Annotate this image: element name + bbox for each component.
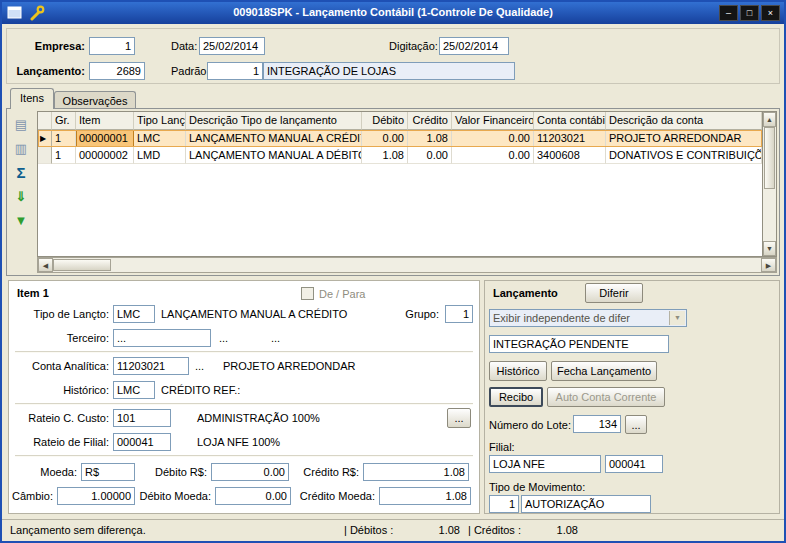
minimize-button[interactable]: – (719, 5, 738, 21)
column-header-item[interactable]: Item (76, 112, 134, 130)
credito-moeda-field[interactable]: 1.08 (379, 487, 471, 505)
fecha-lancamento-button[interactable]: Fecha Lançamento (551, 361, 657, 381)
lancamento-panel-title: Lançamento (493, 287, 558, 299)
separator (15, 351, 473, 353)
terceiro-field[interactable]: ... (113, 329, 211, 347)
rateio-filial-field[interactable]: 000041 (113, 433, 171, 451)
cell-descricao-conta[interactable]: DONATIVOS E CONTRIBUIÇÕES (606, 147, 762, 164)
diferir-button[interactable]: Diferir (585, 283, 643, 303)
cell-conta-contabil[interactable]: 3400608 (534, 147, 606, 164)
credito-moeda-label: Crédito Moeda: (295, 490, 375, 502)
numero-lote-field[interactable]: 134 (573, 415, 621, 433)
tipo-lancto-field[interactable]: LMC (113, 305, 155, 323)
cell-descricao-conta[interactable]: PROJETO ARREDONDAR (606, 130, 762, 147)
de-para-checkbox[interactable] (301, 287, 314, 300)
historico-field[interactable]: LMC (113, 381, 155, 399)
historico-button[interactable]: Histórico (489, 361, 547, 381)
app-window: 009018SPK - Lançamento Contábil (1-Contr… (0, 0, 786, 543)
lancamento-field[interactable]: 2689 (89, 62, 145, 80)
scroll-left-icon[interactable]: ◀ (38, 258, 53, 272)
column-header-descricao-conta[interactable]: Descrição da conta (606, 112, 762, 130)
padrao-code-field[interactable]: 1 (207, 62, 263, 80)
terceiro-lookup-dots[interactable]: ... (219, 332, 228, 344)
header-panel: Empresa: 1 Data: 25/02/2014 Digitação: 2… (6, 28, 780, 84)
column-header-debito[interactable]: Débito (362, 112, 408, 130)
credito-rs-field[interactable]: 1.08 (363, 463, 469, 481)
cell-descricao-tipo[interactable]: LANÇAMENTO MANUAL A DÉBITO (186, 147, 362, 164)
cell-debito[interactable]: 1.08 (362, 147, 408, 164)
recibo-button[interactable]: Recibo (489, 387, 543, 407)
column-header-valor-financeiro[interactable]: Valor Financeiro (452, 112, 534, 130)
column-header-descricao-tipo[interactable]: Descrição Tipo de lançamento (186, 112, 362, 130)
tab-observacoes[interactable]: Observações (54, 91, 136, 109)
rateio-cc-field[interactable]: 101 (113, 409, 171, 427)
new-item-icon[interactable]: ▤ (11, 115, 31, 135)
vertical-scroll-track[interactable] (763, 189, 776, 241)
filter-items-icon[interactable]: ▼ (11, 211, 31, 231)
grid-horizontal-scrollbar[interactable]: ◀ ▶ (37, 257, 777, 273)
moeda-field[interactable]: R$ (81, 463, 135, 481)
vertical-scroll-thumb[interactable] (764, 127, 775, 189)
numero-lote-lookup-button[interactable]: ... (625, 415, 647, 434)
scroll-up-icon[interactable]: ▲ (763, 112, 776, 127)
close-button[interactable]: × (761, 5, 780, 21)
cell-debito[interactable]: 0.00 (362, 130, 408, 147)
cell-item[interactable]: 00000002 (76, 147, 134, 164)
column-header-conta-contabil[interactable]: Conta contábil (534, 112, 606, 130)
exibir-diferidos-dropdown[interactable]: Exibir independente de difer ▼ (489, 309, 687, 327)
grupo-field[interactable]: 1 (445, 305, 473, 323)
horizontal-scroll-track[interactable] (111, 258, 761, 272)
cell-descricao-tipo[interactable]: LANÇAMENTO MANUAL A CRÉDITO (186, 130, 362, 147)
data-label: Data: (171, 40, 197, 52)
debito-rs-field[interactable]: 0.00 (211, 463, 289, 481)
scroll-down-icon[interactable]: ▼ (763, 241, 776, 256)
empresa-field[interactable]: 1 (89, 37, 135, 55)
tipo-movimento-code-field[interactable]: 1 (489, 495, 519, 513)
creditos-value: 1.08 (530, 524, 578, 536)
cell-valor-financeiro[interactable]: 0.00 (452, 130, 534, 147)
tools-wrench-icon[interactable] (29, 5, 45, 21)
filial-name-field[interactable]: LOJA NFE (489, 455, 601, 473)
grid-row-1-selected[interactable]: ▶ 1 00000001 LMC LANÇAMENTO MANUAL A CRÉ… (38, 130, 762, 147)
cell-credito[interactable]: 1.08 (408, 130, 452, 147)
grid-vertical-scrollbar[interactable]: ▲ ▼ (762, 112, 776, 256)
filial-code-field[interactable]: 000041 (605, 455, 663, 473)
debito-moeda-field[interactable]: 0.00 (215, 487, 291, 505)
tipo-movimento-desc-field[interactable]: AUTORIZAÇÃO (521, 495, 651, 513)
rateio-cc-lookup-button[interactable]: ... (447, 408, 471, 428)
grupo-label: Grupo: (399, 308, 439, 320)
cell-conta-contabil[interactable]: 11203021 (534, 130, 606, 147)
cell-valor-financeiro[interactable]: 0.00 (452, 147, 534, 164)
auto-conta-corrente-button[interactable]: Auto Conta Corrente (547, 387, 665, 407)
debito-moeda-label: Débito Moeda: (139, 490, 211, 502)
column-header-gr[interactable]: Gr. (52, 112, 76, 130)
digitacao-field[interactable]: 25/02/2014 (439, 37, 509, 55)
cell-gr[interactable]: 1 (52, 147, 76, 164)
tab-itens[interactable]: Itens (10, 88, 54, 109)
cell-tipo-lanc[interactable]: LMD (134, 147, 186, 164)
maximize-button[interactable]: □ (740, 5, 759, 21)
cell-item-focused[interactable]: 00000001 (76, 130, 134, 147)
lancamento-label: Lançamento: (9, 65, 85, 77)
window-title: 009018SPK - Lançamento Contábil (1-Contr… (2, 6, 784, 18)
title-bar[interactable]: 009018SPK - Lançamento Contábil (1-Contr… (2, 2, 784, 24)
status-bar: Lançamento sem diferença. | Débitos : 1.… (2, 519, 784, 541)
grid-row-2[interactable]: 1 00000002 LMD LANÇAMENTO MANUAL A DÉBIT… (38, 147, 762, 164)
column-header-tipo-lanc[interactable]: Tipo Lanç. (134, 112, 186, 130)
sum-items-icon[interactable]: Σ (11, 163, 31, 183)
data-field[interactable]: 25/02/2014 (199, 37, 265, 55)
cambio-field[interactable]: 1.00000 (57, 487, 135, 505)
export-items-icon[interactable]: ⇓ (11, 187, 31, 207)
copy-item-icon[interactable]: ▥ (11, 139, 31, 159)
conta-analitica-field[interactable]: 11203021 (113, 357, 189, 375)
horizontal-scroll-thumb[interactable] (53, 259, 111, 271)
conta-analitica-lookup-dots[interactable]: ... (195, 360, 204, 372)
scroll-right-icon[interactable]: ▶ (761, 258, 776, 272)
cell-credito[interactable]: 0.00 (408, 147, 452, 164)
cell-gr[interactable]: 1 (52, 130, 76, 147)
cell-tipo-lanc[interactable]: LMC (134, 130, 186, 147)
de-para-label: De / Para (319, 288, 365, 300)
dropdown-arrow-icon[interactable]: ▼ (669, 311, 685, 325)
column-header-credito[interactable]: Crédito (408, 112, 452, 130)
status-message: Lançamento sem diferença. (10, 524, 146, 536)
